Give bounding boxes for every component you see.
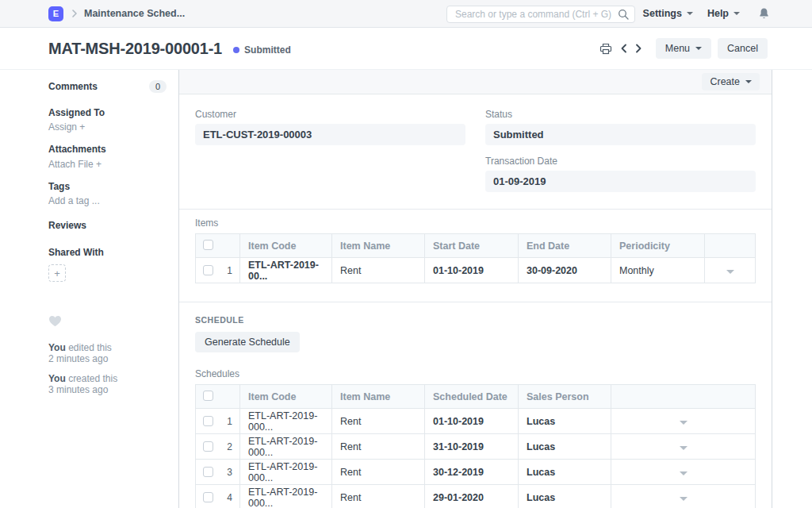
column-header: Item Code xyxy=(240,385,332,409)
status-text: Submitted xyxy=(244,44,291,56)
end-date-cell[interactable]: 30-09-2020 xyxy=(519,258,611,283)
item-name-cell[interactable]: Rent xyxy=(332,409,425,434)
row-checkbox[interactable] xyxy=(203,492,213,502)
sales-person-cell[interactable]: Lucas xyxy=(519,434,611,460)
activity-action: created this xyxy=(68,373,117,384)
sales-person-cell[interactable]: Lucas xyxy=(519,485,611,508)
chevron-down-icon xyxy=(687,12,693,15)
reviews-label: Reviews xyxy=(48,220,167,231)
activity-entry: You edited this 2 minutes ago xyxy=(48,342,167,364)
schedules-header-row: Item Code Item Name Scheduled Date Sales… xyxy=(196,385,756,409)
share-add-button[interactable]: + xyxy=(48,264,66,282)
settings-menu[interactable]: Settings xyxy=(643,8,693,19)
search-input[interactable] xyxy=(446,6,635,23)
status-dot-icon xyxy=(233,47,239,53)
notifications-bell-icon[interactable] xyxy=(754,7,774,20)
add-tag-input[interactable]: Add a tag ... xyxy=(48,195,167,206)
row-index: 1 xyxy=(227,265,232,276)
item-code-cell[interactable]: ETL-ART-2019-00... xyxy=(240,258,332,283)
attach-file-button[interactable]: Attach File + xyxy=(48,159,167,170)
row-expand-cell[interactable] xyxy=(611,409,756,434)
status-indicator: Submitted xyxy=(233,44,291,56)
like-heart-icon[interactable] xyxy=(48,315,167,330)
item-name-cell[interactable]: Rent xyxy=(332,258,425,283)
row-checkbox[interactable] xyxy=(203,467,213,477)
row-expand-cell[interactable] xyxy=(611,434,756,460)
menu-button[interactable]: Menu xyxy=(656,38,711,59)
scheduled-date-cell[interactable]: 01-10-2019 xyxy=(425,409,519,434)
create-button[interactable]: Create xyxy=(702,73,760,90)
page-actions: Menu Cancel xyxy=(596,38,768,59)
items-table: Item Code Item Name Start Date End Date … xyxy=(195,233,756,283)
column-header: Item Name xyxy=(332,234,425,258)
table-row: 1 ETL-ART-2019-000... Rent 01-10-2019 Lu… xyxy=(196,409,756,434)
navbar-right: J Settings Help xyxy=(612,6,774,22)
schedules-table: Item Code Item Name Scheduled Date Sales… xyxy=(195,384,756,508)
item-code-cell[interactable]: ETL-ART-2019-000... xyxy=(240,434,332,460)
sidebar-comments: Comments 0 xyxy=(48,80,167,93)
breadcrumb[interactable]: Maintenance Sched... xyxy=(84,8,185,19)
item-code-cell[interactable]: ETL-ART-2019-000... xyxy=(240,460,332,485)
search-icon[interactable] xyxy=(618,9,629,23)
create-button-label: Create xyxy=(710,76,740,87)
row-index: 3 xyxy=(227,467,232,478)
chevron-down-icon xyxy=(695,47,702,50)
settings-label: Settings xyxy=(643,8,682,19)
column-header: Scheduled Date xyxy=(425,385,519,409)
comments-label: Comments xyxy=(48,81,98,92)
items-section: Items Item Code Item Name Start Date End… xyxy=(179,210,772,302)
start-date-cell[interactable]: 01-10-2019 xyxy=(425,258,519,283)
sales-person-cell[interactable]: Lucas xyxy=(519,460,611,485)
scheduled-date-cell[interactable]: 29-01-2020 xyxy=(425,485,519,508)
item-name-cell[interactable]: Rent xyxy=(332,460,425,485)
tags-label: Tags xyxy=(48,181,167,192)
cancel-button[interactable]: Cancel xyxy=(718,38,768,59)
row-expand-cell[interactable] xyxy=(705,258,756,283)
schedule-section: SCHEDULE Generate Schedule Schedules Ite… xyxy=(179,302,772,508)
row-checkbox[interactable] xyxy=(203,441,213,452)
page-head: MAT-MSH-2019-00001-1 Submitted Menu Canc… xyxy=(0,28,812,70)
prev-document-icon[interactable] xyxy=(616,44,631,53)
row-expand-cell[interactable] xyxy=(611,485,756,508)
scheduled-date-cell[interactable]: 30-12-2019 xyxy=(425,460,519,485)
item-code-cell[interactable]: ETL-ART-2019-000... xyxy=(240,409,332,434)
chevron-down-icon xyxy=(680,471,688,475)
periodicity-cell[interactable]: Monthly xyxy=(611,258,705,283)
sales-person-cell[interactable]: Lucas xyxy=(519,409,611,434)
item-name-cell[interactable]: Rent xyxy=(332,485,425,508)
activity-entry: You created this 3 minutes ago xyxy=(48,373,167,395)
row-expand-cell[interactable] xyxy=(611,460,756,485)
status-value[interactable]: Submitted xyxy=(485,124,756,145)
item-name-cell[interactable]: Rent xyxy=(332,434,425,460)
row-index: 4 xyxy=(227,492,232,503)
customer-value[interactable]: ETL-CUST-2019-00003 xyxy=(195,124,465,145)
transaction-date-label: Transaction Date xyxy=(485,156,756,167)
column-header: End Date xyxy=(519,234,611,258)
activity-time: 3 minutes ago xyxy=(48,384,167,395)
generate-schedule-button[interactable]: Generate Schedule xyxy=(195,332,300,352)
chevron-down-icon xyxy=(680,497,688,501)
generate-schedule-label: Generate Schedule xyxy=(205,337,290,348)
item-code-cell[interactable]: ETL-ART-2019-000... xyxy=(240,485,332,508)
comments-count-badge: 0 xyxy=(149,80,167,93)
scheduled-date-cell[interactable]: 31-10-2019 xyxy=(425,434,519,460)
cancel-button-label: Cancel xyxy=(727,43,758,54)
form-column-left: Customer ETL-CUST-2019-00003 xyxy=(195,109,465,192)
help-label: Help xyxy=(707,8,729,19)
content: Comments 0 Assigned To Assign + Attachme… xyxy=(0,70,812,508)
select-all-checkbox[interactable] xyxy=(203,240,213,250)
form-main: Create Customer ETL-CUST-2019-00003 Stat… xyxy=(178,70,772,508)
next-document-icon[interactable] xyxy=(631,44,646,53)
select-all-checkbox[interactable] xyxy=(203,391,213,401)
print-icon[interactable] xyxy=(596,43,616,55)
chevron-down-icon xyxy=(733,12,740,15)
assign-button[interactable]: Assign + xyxy=(48,121,167,133)
transaction-date-value[interactable]: 01-09-2019 xyxy=(485,171,756,192)
app-logo[interactable]: E xyxy=(48,6,63,21)
row-checkbox[interactable] xyxy=(203,416,213,426)
help-menu[interactable]: Help xyxy=(707,8,740,19)
form-section-main: Customer ETL-CUST-2019-00003 Status Subm… xyxy=(179,94,772,210)
form-sidebar: Comments 0 Assigned To Assign + Attachme… xyxy=(0,70,178,508)
schedules-grid-label: Schedules xyxy=(195,368,756,379)
row-checkbox[interactable] xyxy=(203,265,213,275)
